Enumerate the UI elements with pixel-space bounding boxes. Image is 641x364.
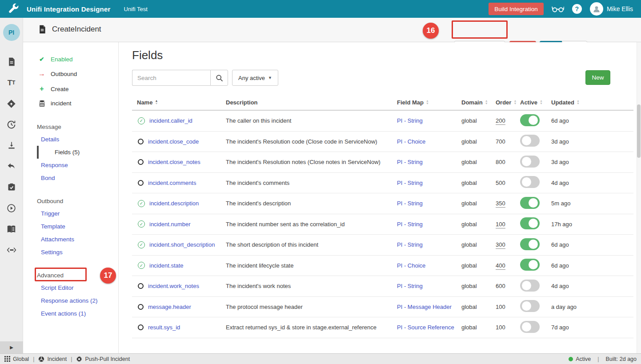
nav-item-response-actions[interactable]: Response actions (2) xyxy=(23,294,118,307)
nav-item-attachments[interactable]: Attachments xyxy=(23,233,118,246)
field-name-link[interactable]: incident.short_description xyxy=(149,241,215,248)
text-format-icon[interactable]: TT xyxy=(7,78,16,88)
active-toggle[interactable] xyxy=(520,156,540,168)
active-toggle[interactable] xyxy=(520,321,540,333)
column-header-description[interactable]: Description xyxy=(226,99,397,106)
build-integration-button[interactable]: Build Integration xyxy=(489,3,544,15)
field-map-link[interactable]: PI - Message Header xyxy=(397,304,452,310)
app-window: Unifi Integration Designer Unifi Test Bu… xyxy=(0,0,641,364)
status-integration[interactable]: Push-Pull Incident xyxy=(76,356,130,362)
send-icon[interactable] xyxy=(7,99,16,108)
status-scope[interactable]: Global xyxy=(4,356,29,362)
undo-icon[interactable] xyxy=(7,161,16,171)
scrollbar-thumb[interactable] xyxy=(637,104,641,158)
field-map-link[interactable]: PI - String xyxy=(397,159,423,165)
active-toggle[interactable] xyxy=(520,259,540,271)
field-order[interactable]: 200 xyxy=(496,117,505,125)
active-toggle[interactable] xyxy=(520,135,540,147)
active-toggle[interactable] xyxy=(520,238,540,250)
nav-item-trigger[interactable]: Trigger xyxy=(23,207,118,220)
column-header-order[interactable]: Order▲▼ xyxy=(496,99,520,106)
field-name-link[interactable]: incident.description xyxy=(149,200,199,207)
field-order[interactable]: 500 xyxy=(496,180,505,186)
integration-avatar[interactable]: PI xyxy=(3,24,20,41)
table-row: message.headerThe protocol message heade… xyxy=(132,297,633,318)
field-map-link[interactable]: PI - String xyxy=(397,117,423,124)
nav-item-incident[interactable]: incident xyxy=(23,96,118,110)
document-icon[interactable] xyxy=(7,57,16,67)
field-name-link[interactable]: incident.comments xyxy=(148,180,196,186)
field-order[interactable]: 400 xyxy=(496,262,505,270)
column-header-field-map[interactable]: Field Map▲▼ xyxy=(397,99,461,106)
code-icon[interactable] xyxy=(7,245,16,255)
nav-item-fields-active[interactable]: Fields (5) xyxy=(37,146,118,159)
active-toggle[interactable] xyxy=(520,280,540,292)
field-order[interactable]: 800 xyxy=(496,159,505,165)
column-header-updated[interactable]: Updated▲▼ xyxy=(551,99,633,106)
nav-item-template[interactable]: Template xyxy=(23,220,118,233)
field-name-link[interactable]: message.header xyxy=(148,304,191,310)
top-navigation-bar: Unifi Integration Designer Unifi Test Bu… xyxy=(0,0,641,18)
status-built-label: Built: 2d ago xyxy=(606,356,637,362)
active-toggle[interactable] xyxy=(520,300,540,312)
search-button[interactable] xyxy=(210,70,228,86)
nav-item-script-editor[interactable]: Script Editor xyxy=(23,281,118,294)
download-icon[interactable] xyxy=(7,140,16,150)
field-map-link[interactable]: PI - Source Reference xyxy=(397,324,454,331)
field-order[interactable]: 100 xyxy=(496,304,505,310)
search-input[interactable] xyxy=(132,70,210,86)
active-toggle[interactable] xyxy=(520,217,540,229)
field-map-link[interactable]: PI - String xyxy=(397,283,423,289)
active-toggle[interactable] xyxy=(520,176,540,188)
status-application[interactable]: Incident xyxy=(38,356,67,362)
new-field-button[interactable]: New xyxy=(585,70,610,85)
tasks-icon[interactable] xyxy=(7,182,16,192)
field-name-link[interactable]: result.sys_id xyxy=(148,324,180,331)
column-header-domain[interactable]: Domain▲▼ xyxy=(461,99,496,106)
nav-item-response[interactable]: Response xyxy=(23,159,118,172)
field-map-link[interactable]: PI - Choice xyxy=(397,138,425,145)
field-map-link[interactable]: PI - String xyxy=(397,221,423,228)
arrow-right-icon: → xyxy=(38,70,45,78)
table-row: ✓incident.stateThe incident lifecycle st… xyxy=(132,256,633,276)
field-order[interactable]: 700 xyxy=(496,138,505,145)
active-toggle[interactable] xyxy=(520,197,540,209)
column-header-active[interactable]: Active▲▼ xyxy=(520,99,551,106)
nav-item-event-actions[interactable]: Event actions (1) xyxy=(23,307,118,320)
field-name-link[interactable]: incident.work_notes xyxy=(148,283,199,289)
field-order[interactable]: 100 xyxy=(496,221,505,228)
column-header-name[interactable]: Name ▲▼ xyxy=(132,99,226,106)
field-map-link[interactable]: PI - Choice xyxy=(397,262,425,269)
field-name-link[interactable]: incident.state xyxy=(149,262,184,269)
nav-item-enabled[interactable]: ✔ Enabled xyxy=(23,52,118,66)
field-name-link[interactable]: incident.close_notes xyxy=(148,159,200,165)
nav-item-details[interactable]: Details xyxy=(23,133,118,146)
field-map-link[interactable]: PI - String xyxy=(397,180,423,186)
field-order[interactable]: 300 xyxy=(496,241,505,249)
user-menu[interactable]: Mike Ellis xyxy=(590,2,633,16)
field-name-link[interactable]: incident.number xyxy=(149,221,191,228)
status-active-label: Active xyxy=(576,356,591,362)
chevron-down-icon: ▼ xyxy=(268,76,272,80)
vertical-scrollbar[interactable] xyxy=(637,42,641,353)
field-map-link[interactable]: PI - String xyxy=(397,200,423,207)
knowledge-icon[interactable] xyxy=(7,224,16,234)
spectacles-icon[interactable] xyxy=(552,5,564,12)
help-icon[interactable]: ? xyxy=(572,4,582,14)
field-order[interactable]: 600 xyxy=(496,283,505,289)
field-active-check-icon: ✓ xyxy=(138,262,145,269)
active-toggle[interactable] xyxy=(520,114,540,126)
field-map-link[interactable]: PI - String xyxy=(397,241,423,248)
field-name-link[interactable]: incident.close_code xyxy=(148,138,199,145)
play-icon[interactable] xyxy=(7,203,16,213)
nav-item-create[interactable]: + Create xyxy=(23,81,118,96)
field-name-link[interactable]: incident.caller_id xyxy=(149,117,192,124)
history-icon[interactable] xyxy=(7,120,16,129)
active-filter-dropdown[interactable]: Any active ▼ xyxy=(232,70,278,86)
field-order[interactable]: 100 xyxy=(496,324,505,331)
nav-item-settings[interactable]: Settings xyxy=(23,246,118,259)
sidebar-expand-button[interactable]: ▶ xyxy=(0,341,23,353)
nav-item-outbound[interactable]: → Outbound xyxy=(23,66,118,81)
nav-item-bond[interactable]: Bond xyxy=(23,172,118,184)
field-order[interactable]: 350 xyxy=(496,200,505,208)
